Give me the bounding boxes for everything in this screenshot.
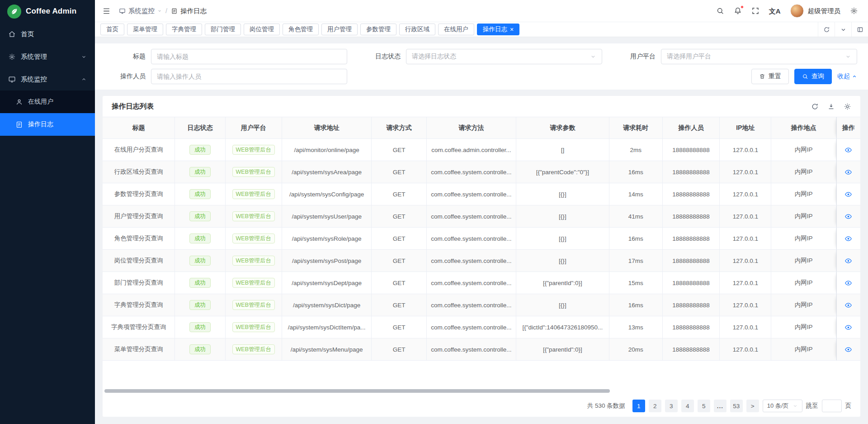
jump-page-input[interactable] — [822, 400, 842, 412]
tab-label: 参数管理 — [366, 25, 391, 33]
sidebar-item-system-monitor[interactable]: 系统监控 — [0, 68, 95, 91]
view-detail-eye-icon[interactable] — [844, 146, 852, 154]
title-label: 标题 — [100, 52, 151, 61]
tab-close-icon[interactable]: × — [510, 26, 514, 33]
gear-icon — [8, 53, 16, 61]
settings-gear-icon[interactable] — [850, 7, 858, 15]
cell-handler: com.coffee.admin.controller... — [427, 139, 516, 161]
query-button[interactable]: 查询 — [794, 69, 832, 84]
sidebar-item-op-logs[interactable]: 操作日志 — [0, 113, 95, 136]
page-button-3[interactable]: 3 — [665, 400, 678, 412]
cell-title: 在线用户分页查询 — [103, 139, 175, 161]
cell-platform: WEB管理后台 — [226, 161, 282, 183]
status-badge: 成功 — [189, 322, 211, 333]
view-detail-eye-icon[interactable] — [844, 324, 852, 331]
operator-input[interactable] — [151, 69, 347, 84]
sidebar-item-home[interactable]: 首页 — [0, 23, 95, 45]
cell-url: /api/system/sysMenu/page — [282, 338, 372, 361]
pagination-pages: 12345...53 — [632, 400, 743, 412]
view-detail-eye-icon[interactable] — [844, 301, 852, 309]
view-detail-eye-icon[interactable] — [844, 191, 852, 198]
cell-params: [{}] — [516, 250, 609, 272]
cell-method: GET — [372, 250, 426, 272]
logo-icon — [7, 5, 21, 19]
card-title: 操作日志列表 — [112, 102, 154, 111]
cell-operator: 18888888888 — [663, 228, 720, 250]
sidebar-item-system-mgmt[interactable]: 系统管理 — [0, 45, 95, 68]
collapse-filter-link[interactable]: 收起 — [837, 72, 857, 81]
tab-在线用户[interactable]: 在线用户 — [438, 24, 474, 35]
tab-actions-chevron-icon[interactable] — [835, 22, 851, 37]
page-button-1[interactable]: 1 — [632, 400, 645, 412]
cell-platform: WEB管理后台 — [226, 183, 282, 205]
platform-badge: WEB管理后台 — [232, 278, 275, 288]
page-button-5[interactable]: 5 — [698, 400, 710, 412]
cell-duration: 13ms — [609, 316, 663, 338]
tab-角色管理[interactable]: 角色管理 — [283, 24, 319, 35]
title-input[interactable] — [151, 49, 347, 64]
tab-用户管理[interactable]: 用户管理 — [321, 24, 358, 35]
cell-location: 内网IP — [771, 250, 836, 272]
horizontal-scrollbar[interactable] — [104, 389, 859, 393]
notification-badge — [741, 5, 744, 9]
view-detail-eye-icon[interactable] — [844, 235, 852, 243]
monitor-icon — [8, 76, 16, 83]
view-detail-eye-icon[interactable] — [844, 213, 852, 220]
next-page-button[interactable]: > — [746, 400, 759, 412]
cell-duration: 14ms — [609, 183, 663, 205]
refresh-tab-icon[interactable] — [818, 22, 835, 37]
tab-岗位管理[interactable]: 岗位管理 — [244, 24, 280, 35]
tab-部门管理[interactable]: 部门管理 — [205, 24, 241, 35]
log-status-select[interactable]: 请选择日志状态 — [406, 49, 602, 64]
cell-method: GET — [372, 294, 426, 316]
breadcrumb-section[interactable]: 系统监控 — [119, 7, 162, 15]
layout-icon[interactable] — [851, 22, 868, 37]
download-icon[interactable] — [827, 103, 835, 110]
platform-badge: WEB管理后台 — [232, 145, 275, 155]
page-button-2[interactable]: 2 — [649, 400, 661, 412]
sidebar-item-online-users[interactable]: 在线用户 — [0, 91, 95, 113]
tab-行政区域[interactable]: 行政区域 — [399, 24, 435, 35]
search-icon[interactable] — [716, 7, 724, 15]
tab-list: 首页菜单管理字典管理部门管理岗位管理角色管理用户管理参数管理行政区域在线用户操作… — [100, 24, 818, 35]
view-detail-eye-icon[interactable] — [844, 346, 852, 353]
cell-actions — [836, 250, 860, 272]
tab-字典管理[interactable]: 字典管理 — [166, 24, 202, 35]
user-platform-select[interactable]: 请选择用户平台 — [661, 49, 857, 64]
reset-button[interactable]: 重置 — [751, 69, 789, 84]
fullscreen-icon[interactable] — [751, 7, 760, 15]
cell-actions — [836, 205, 860, 228]
view-detail-eye-icon[interactable] — [844, 168, 852, 176]
user-menu[interactable]: 超级管理员 — [790, 4, 841, 18]
cell-title: 岗位管理分页查询 — [103, 250, 175, 272]
page-size-select[interactable]: 10 条/页 — [763, 400, 802, 412]
table-settings-gear-icon[interactable] — [844, 103, 851, 110]
table-area: 标题日志状态用户平台请求地址请求方式请求方法请求参数请求耗时操作人员IP地址操作… — [103, 117, 860, 395]
column-header: 操作 — [836, 117, 860, 139]
page-more-button[interactable]: ... — [714, 400, 726, 412]
view-detail-eye-icon[interactable] — [844, 257, 852, 265]
cell-ip: 127.0.0.1 — [720, 228, 771, 250]
tab-参数管理[interactable]: 参数管理 — [360, 24, 396, 35]
translate-icon[interactable]: 文A — [769, 8, 781, 14]
menu-collapse-icon[interactable] — [102, 7, 111, 15]
sidebar-submenu: 在线用户 操作日志 — [0, 91, 95, 136]
tab-菜单管理[interactable]: 菜单管理 — [127, 24, 163, 35]
tab-操作日志[interactable]: 操作日志× — [477, 24, 519, 35]
page-button-4[interactable]: 4 — [681, 400, 694, 412]
scrollbar-thumb[interactable] — [104, 389, 610, 393]
card-head: 操作日志列表 — [103, 96, 860, 117]
tab-首页[interactable]: 首页 — [100, 24, 124, 35]
notification-bell-icon[interactable] — [734, 7, 742, 15]
view-detail-eye-icon[interactable] — [844, 279, 852, 287]
cell-operator: 18888888888 — [663, 316, 720, 338]
sidebar: Coffee Admin 首页 系统管理 系统监控 在线用户 — [0, 0, 95, 424]
cell-url: /api/system/sysDept/page — [282, 272, 372, 294]
select-placeholder: 请选择日志状态 — [412, 52, 590, 61]
status-badge: 成功 — [189, 278, 211, 288]
page-button-53[interactable]: 53 — [730, 400, 743, 412]
column-header: 请求地址 — [282, 117, 372, 139]
breadcrumb-current-label: 操作日志 — [180, 7, 207, 15]
refresh-icon[interactable] — [811, 103, 819, 110]
table-tools — [811, 103, 851, 110]
